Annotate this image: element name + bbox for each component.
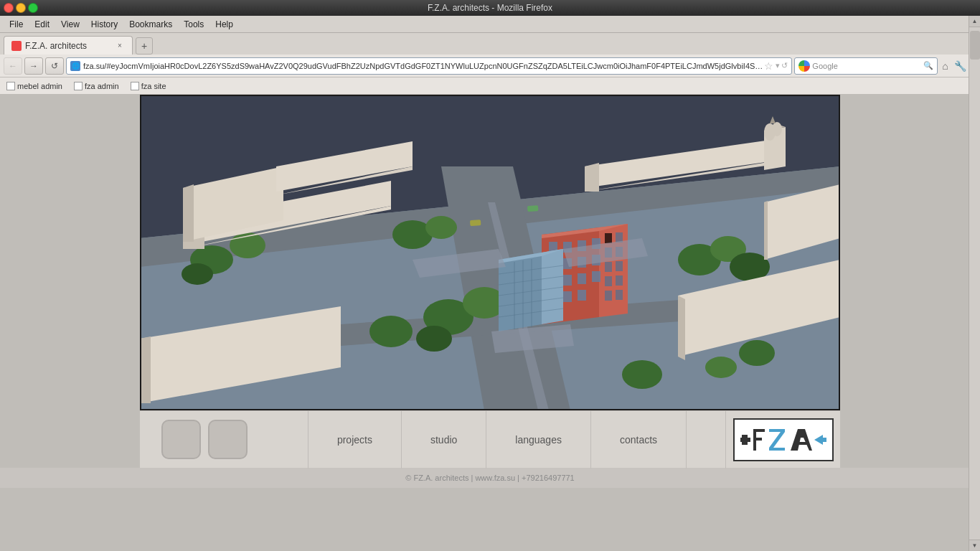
site-nav: projects studio languages contacts xyxy=(269,411,725,468)
svg-rect-73 xyxy=(563,275,572,286)
search-icon: 🔍 xyxy=(923,61,933,70)
nav-dot-2 xyxy=(208,420,248,459)
forward-button[interactable]: → xyxy=(24,57,43,75)
dropdown-icon[interactable]: ▾ xyxy=(776,61,780,70)
menu-file[interactable]: File xyxy=(4,18,29,31)
maximize-button[interactable] xyxy=(28,3,38,13)
svg-rect-117 xyxy=(796,442,808,445)
svg-rect-114 xyxy=(753,438,762,441)
bookmark-checkbox-2 xyxy=(74,82,83,90)
footer: © FZ.A. architects | www.fza.su | +79216… xyxy=(0,468,980,488)
bookmark-star-icon[interactable]: ☆ xyxy=(764,60,773,72)
nav-dots xyxy=(140,420,269,459)
svg-rect-83 xyxy=(605,262,612,272)
svg-marker-118 xyxy=(814,435,826,445)
svg-rect-75 xyxy=(592,271,600,282)
svg-point-20 xyxy=(705,357,737,378)
scrollbar-down-button[interactable]: ▼ xyxy=(969,540,981,551)
url-text: fza.su/#eyJocmVmIjoiaHR0cDovL2Z6YS5zdS9w… xyxy=(83,62,763,70)
titlebar: F.Z.A. architects - Mozilla Firefox xyxy=(0,0,980,16)
tab-label: F.Z.A. architects xyxy=(25,41,87,51)
svg-point-10 xyxy=(425,216,457,239)
scrollbar-thumb[interactable] xyxy=(970,31,980,60)
svg-rect-87 xyxy=(605,291,612,301)
hero-image xyxy=(140,95,840,410)
svg-marker-58 xyxy=(678,296,685,360)
logo-svg xyxy=(740,422,826,458)
tools-button[interactable]: 🔧 xyxy=(954,60,966,72)
forward-icon: → xyxy=(29,61,38,71)
fza-logo xyxy=(733,418,834,461)
svg-rect-78 xyxy=(578,290,586,301)
svg-marker-116 xyxy=(791,429,812,451)
svg-rect-107 xyxy=(527,205,538,212)
bookmark-fza-admin[interactable]: fza admin xyxy=(71,80,122,92)
back-button[interactable]: ← xyxy=(4,57,22,75)
svg-rect-77 xyxy=(563,291,572,302)
bookmarks-bar: mebel admin fza admin fza site xyxy=(0,77,980,95)
menu-edit[interactable]: Edit xyxy=(29,18,55,31)
svg-point-19 xyxy=(739,340,775,366)
svg-rect-84 xyxy=(616,261,623,271)
tab-close-button[interactable]: × xyxy=(115,41,125,51)
svg-marker-44 xyxy=(183,184,194,242)
nav-item-languages[interactable]: languages xyxy=(486,411,591,468)
menu-help[interactable]: Help xyxy=(209,18,239,31)
svg-point-13 xyxy=(416,326,452,352)
nav-item-contacts[interactable]: contacts xyxy=(591,411,687,468)
back-icon: ← xyxy=(9,61,17,71)
active-tab[interactable]: F.Z.A. architects × xyxy=(4,36,133,55)
nav-item-projects[interactable]: projects xyxy=(308,411,402,468)
bookmark-fza-site[interactable]: fza site xyxy=(128,80,169,92)
svg-point-53 xyxy=(772,122,782,136)
navbar: ← → ↺ 🌐 fza.su/#eyJocmVmIjoiaHR0cDovL2Z6… xyxy=(0,55,980,77)
bookmark-checkbox-1 xyxy=(6,82,15,90)
scrollbar: ▲ ▼ xyxy=(969,16,980,551)
svg-marker-90 xyxy=(542,249,563,324)
refresh-url-icon[interactable]: ↺ xyxy=(781,61,788,70)
scrollbar-up-button[interactable]: ▲ xyxy=(969,16,981,27)
nav-dot-1 xyxy=(161,420,201,459)
menu-tools[interactable]: Tools xyxy=(178,18,209,31)
bookmark-label-2: fza admin xyxy=(85,82,119,90)
menubar: File Edit View History Bookmarks Tools H… xyxy=(0,16,980,33)
svg-marker-62 xyxy=(599,224,628,317)
menu-view[interactable]: View xyxy=(55,18,85,31)
minimize-button[interactable] xyxy=(16,3,26,13)
svg-rect-108 xyxy=(470,220,481,226)
svg-marker-60 xyxy=(140,336,151,403)
svg-marker-49 xyxy=(585,163,599,192)
svg-marker-89 xyxy=(499,253,542,331)
search-placeholder: Google xyxy=(812,62,837,70)
menu-history[interactable]: History xyxy=(85,18,123,31)
svg-rect-85 xyxy=(605,276,612,286)
bookmark-label-1: mebel admin xyxy=(17,82,62,90)
svg-marker-115 xyxy=(769,429,785,451)
svg-rect-79 xyxy=(605,233,612,243)
close-button[interactable] xyxy=(4,3,14,13)
new-tab-button[interactable]: + xyxy=(136,37,153,55)
home-button[interactable]: ⌂ xyxy=(942,60,948,72)
svg-point-14 xyxy=(369,316,413,347)
svg-rect-88 xyxy=(616,290,623,300)
svg-point-21 xyxy=(622,360,662,389)
nav-item-studio[interactable]: studio xyxy=(402,411,486,468)
hero-wrapper: projects studio languages contacts xyxy=(140,95,840,468)
svg-rect-86 xyxy=(616,276,623,286)
bottom-section: projects studio languages contacts xyxy=(140,410,840,468)
titlebar-title: F.Z.A. architects - Mozilla Firefox xyxy=(428,3,552,13)
bookmark-mebel-admin[interactable]: mebel admin xyxy=(4,80,65,92)
tabbar: F.Z.A. architects × + xyxy=(0,33,980,55)
svg-rect-111 xyxy=(740,438,750,442)
google-icon xyxy=(798,60,810,72)
menu-bookmarks[interactable]: Bookmarks xyxy=(123,18,178,31)
architectural-render xyxy=(140,95,840,410)
url-icon: 🌐 xyxy=(70,61,80,71)
footer-text: © FZ.A. architects | www.fza.su | +79216… xyxy=(405,474,574,482)
svg-point-8 xyxy=(182,263,213,285)
refresh-button[interactable]: ↺ xyxy=(45,57,64,75)
logo-area xyxy=(725,411,840,468)
search-bar[interactable]: Google 🔍 xyxy=(794,57,938,75)
bookmark-checkbox-3 xyxy=(131,82,139,90)
url-bar[interactable]: 🌐 fza.su/#eyJocmVmIjoiaHR0cDovL2Z6YS5zdS… xyxy=(66,57,792,75)
